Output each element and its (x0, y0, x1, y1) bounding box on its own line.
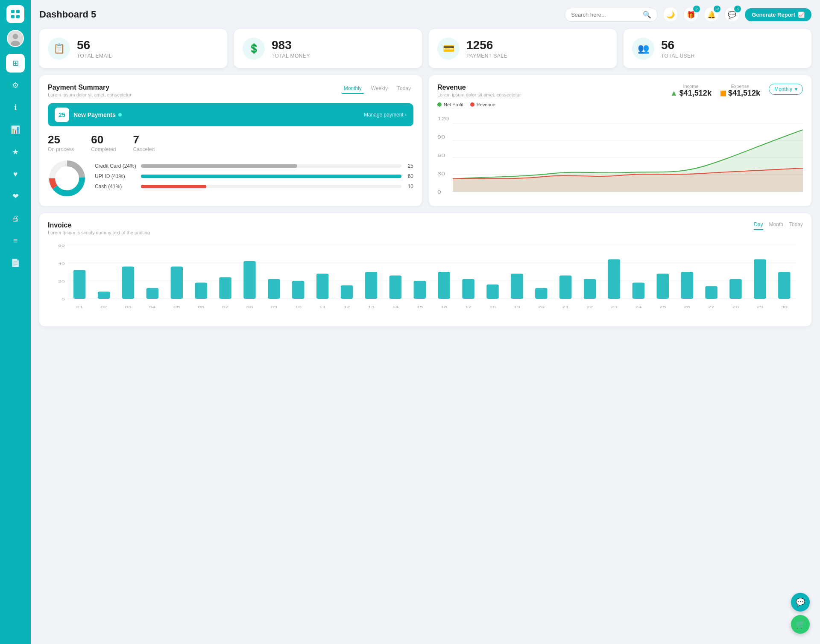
stat-label-payment: PAYMENT SALE (466, 53, 507, 59)
svg-text:15: 15 (416, 305, 423, 309)
svg-text:07: 07 (222, 305, 228, 309)
bar-10 (316, 274, 328, 299)
cart-float-btn[interactable]: 🛒 (791, 615, 810, 634)
bar-29 (778, 272, 790, 299)
expense-item: Expense 🟧 $41,512k (720, 84, 760, 98)
bar-15 (438, 272, 450, 299)
payment-summary-header: Payment Summary Lorem ipsum dolor sit am… (48, 84, 413, 97)
svg-text:24: 24 (635, 305, 641, 309)
new-payments-bar: 25 New Payments Manage payment › (48, 103, 413, 126)
svg-text:18: 18 (489, 305, 496, 309)
svg-rect-2 (11, 15, 15, 18)
sidebar-item-menu[interactable]: ≡ (6, 231, 25, 250)
svg-text:30: 30 (437, 172, 445, 176)
user-avatar[interactable] (7, 30, 24, 47)
sidebar-item-print[interactable]: 🖨 (6, 209, 25, 228)
svg-text:23: 23 (611, 305, 617, 309)
theme-toggle-btn[interactable]: 🌙 (663, 7, 678, 22)
support-float-btn[interactable]: 💬 (791, 593, 810, 612)
payment-method-row: UPI ID (41%) 60 (95, 173, 413, 179)
sidebar-item-star[interactable]: ★ (6, 143, 25, 161)
stat-label-email: TOTAL EMAIL (77, 53, 112, 59)
sidebar-item-chart[interactable]: 📊 (6, 120, 25, 139)
payment-tab-monthly[interactable]: Monthly (341, 84, 364, 94)
bar-0 (73, 270, 85, 299)
stat-icon-money: 💲 (243, 38, 265, 60)
bar-9 (292, 281, 304, 299)
payment-stat-on-process: 25 On process (48, 133, 74, 152)
legend-dot (470, 102, 474, 107)
svg-text:0: 0 (62, 297, 65, 301)
bar-7 (243, 261, 255, 299)
invoice-tab-day[interactable]: Day (754, 221, 763, 230)
svg-text:Jun: Jun (727, 195, 738, 196)
chevron-down-icon: ▾ (795, 86, 797, 92)
sidebar-item-dashboard[interactable]: ⊞ (6, 54, 25, 73)
sidebar-item-info[interactable]: ℹ (6, 98, 25, 117)
payment-tab-weekly[interactable]: Weekly (369, 84, 390, 94)
bar-16 (462, 279, 474, 299)
legend-item-net-profit: Net Profit (437, 102, 463, 107)
svg-text:60: 60 (58, 243, 64, 247)
stat-icon-payment: 💳 (437, 38, 460, 60)
svg-text:May: May (665, 195, 679, 196)
svg-text:120: 120 (437, 117, 449, 121)
stat-icon-user: 👥 (632, 38, 654, 60)
bar-3 (146, 288, 158, 299)
chat-btn[interactable]: 💬 5 (724, 7, 740, 22)
bell-badge: 12 (714, 6, 720, 12)
expense-icon: 🟧 (720, 90, 726, 96)
invoice-tab-group: DayMonthToday (754, 221, 803, 230)
invoice-tab-today[interactable]: Today (789, 221, 803, 230)
app-logo[interactable] (6, 5, 24, 23)
legend-label: Net Profit (444, 102, 463, 107)
income-expense-group: Income ▲ $41,512k Expense 🟧 $41,512k (670, 84, 760, 98)
invoice-bar-chart: 0204060010203040506070809101112131415161… (48, 241, 803, 318)
svg-text:13: 13 (368, 305, 374, 309)
payment-tab-today[interactable]: Today (395, 84, 413, 94)
svg-text:July: July (790, 195, 802, 196)
bar-22 (608, 259, 620, 299)
revenue-dropdown[interactable]: Monthly ▾ (769, 84, 803, 95)
svg-text:Apr: Apr (612, 195, 623, 196)
sidebar-item-heart[interactable]: ♥ (6, 165, 25, 184)
stat-label-money: TOTAL MONEY (272, 53, 310, 59)
main-content: Dashboard 5 🔍 🌙 🎁 2 🔔 12 💬 5 Generate Re… (31, 0, 820, 644)
svg-text:03: 03 (125, 305, 131, 309)
svg-text:Jan: Jan (447, 195, 459, 196)
generate-report-button[interactable]: Generate Report 📈 (745, 8, 811, 21)
search-input[interactable] (571, 12, 639, 18)
stat-value-payment: 1256 (466, 38, 507, 52)
svg-text:06: 06 (198, 305, 204, 309)
svg-rect-1 (16, 10, 20, 13)
payment-method-row: Cash (41%) 10 (95, 184, 413, 189)
bar-21 (584, 279, 596, 299)
stat-card-money: 💲 983 TOTAL MONEY (234, 29, 422, 68)
manage-payment-link[interactable]: Manage payment › (364, 112, 407, 118)
invoice-title: Invoice (48, 221, 150, 229)
svg-point-11 (56, 167, 78, 189)
gift-btn[interactable]: 🎁 2 (683, 7, 699, 22)
bar-chart-icon: 📈 (798, 12, 805, 18)
bar-8 (268, 279, 280, 299)
payment-stat-canceled: 7 Canceled (133, 133, 155, 152)
stat-card-email: 📋 56 TOTAL EMAIL (39, 29, 227, 68)
bell-btn[interactable]: 🔔 12 (704, 7, 719, 22)
sidebar-item-list[interactable]: 📄 (6, 254, 25, 272)
floating-buttons: 💬 🛒 (791, 593, 810, 634)
new-payments-dot (118, 113, 122, 117)
svg-text:22: 22 (586, 305, 593, 309)
legend-dot (437, 102, 442, 107)
svg-text:Feb: Feb (501, 195, 513, 196)
svg-text:11: 11 (319, 305, 326, 309)
sidebar-item-settings[interactable]: ⚙ (6, 76, 25, 95)
svg-text:05: 05 (173, 305, 180, 309)
bar-5 (195, 283, 207, 299)
stat-value-money: 983 (272, 38, 310, 52)
bar-23 (633, 283, 644, 299)
svg-text:16: 16 (441, 305, 447, 309)
income-value: $41,512k (679, 89, 712, 98)
svg-text:19: 19 (514, 305, 520, 309)
sidebar-item-heart2[interactable]: ❤ (6, 187, 25, 206)
invoice-tab-month[interactable]: Month (769, 221, 783, 230)
